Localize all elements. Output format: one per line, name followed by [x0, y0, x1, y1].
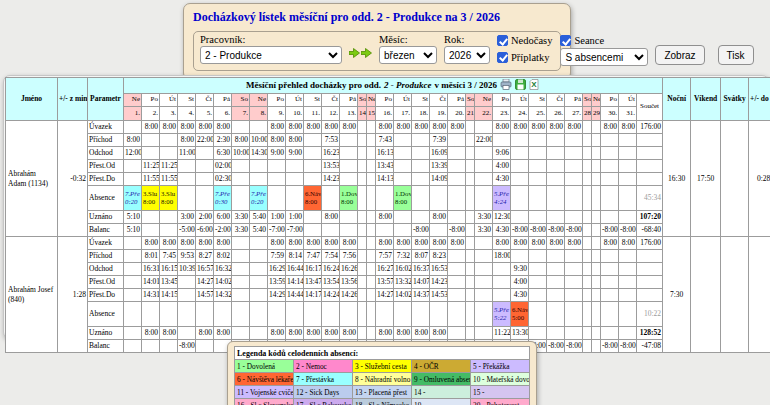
day-name-header: Út	[619, 94, 637, 107]
year-select[interactable]: 2026	[444, 46, 490, 64]
seance-checkbox[interactable]	[560, 35, 571, 46]
day-cell: 8:00	[268, 121, 286, 134]
day-cell	[448, 160, 466, 173]
day-cell: 7:32	[394, 250, 412, 263]
day-cell: 8:00	[565, 237, 583, 250]
next-balance-column-header: +/- do násl.	[749, 78, 770, 121]
day-cell	[592, 250, 601, 263]
param-label: Přest.Do	[88, 289, 124, 302]
day-cell	[529, 147, 547, 160]
day-cell	[529, 289, 547, 302]
day-cell	[322, 186, 340, 211]
day-cell	[160, 340, 178, 353]
day-cell: 14:57	[196, 289, 214, 302]
save-icon[interactable]	[515, 79, 526, 92]
absence-hours: 8:00	[305, 198, 320, 206]
absence-hours: 5:00	[512, 314, 527, 322]
param-label: Uznáno	[88, 327, 124, 340]
day-cell: 5:40	[250, 224, 268, 237]
day-cell: 14:23	[322, 173, 340, 186]
day-cell: -8:00	[448, 224, 466, 237]
day-cell: 8:00	[619, 237, 637, 250]
day-cell	[367, 302, 376, 327]
day-cell: 8:02	[214, 250, 232, 263]
day-cell	[448, 186, 466, 211]
day-cell: 11:55	[142, 173, 160, 186]
day-cell	[592, 173, 601, 186]
day-cell	[160, 302, 178, 327]
priplatky-checkbox[interactable]	[497, 52, 508, 63]
day-cell: 16:32	[214, 263, 232, 276]
nedocasy-checkbox[interactable]	[497, 35, 508, 46]
day-cell	[529, 186, 547, 211]
day-number-header: 16.	[376, 107, 394, 121]
day-cell	[529, 211, 547, 224]
day-cell: 8:00	[268, 237, 286, 250]
day-cell	[367, 250, 376, 263]
worker-select[interactable]: 2 - Produkce	[200, 46, 342, 64]
day-cell	[592, 186, 601, 211]
month-select[interactable]: březen	[379, 46, 437, 64]
day-name-header: So	[358, 94, 367, 107]
day-cell	[592, 211, 601, 224]
legend-item: 2 - Nemoc	[294, 360, 353, 373]
day-cell	[592, 237, 601, 250]
day-name-header: Út	[394, 94, 412, 107]
day-cell: 8:00	[142, 327, 160, 340]
day-cell	[412, 160, 430, 173]
day-name-header: Po	[142, 94, 160, 107]
day-cell	[394, 134, 412, 147]
day-cell: 1:00	[268, 211, 286, 224]
day-cell: 5:40	[250, 211, 268, 224]
print-button[interactable]: Tisk	[718, 45, 754, 65]
day-number-header: 1.	[124, 107, 142, 121]
day-cell: 16:53	[430, 263, 448, 276]
day-cell: 8:00	[268, 134, 286, 147]
param-label: Absence	[88, 302, 124, 327]
day-cell	[178, 327, 196, 340]
day-cell	[178, 186, 196, 211]
day-cell	[583, 173, 592, 186]
print-icon[interactable]	[500, 79, 512, 92]
day-cell	[583, 160, 592, 173]
legend-item: 12 - Sick Days	[294, 386, 353, 399]
day-cell: 22:00	[475, 134, 493, 147]
day-cell	[529, 276, 547, 289]
day-cell	[322, 302, 340, 327]
day-cell: 10:39	[178, 263, 196, 276]
row-prest_do: Přest.Do14:3114:1514:5714:3214:2914:4414…	[6, 289, 770, 302]
day-cell: 7:59	[268, 250, 286, 263]
day-cell	[619, 327, 637, 340]
excel-icon[interactable]: X	[529, 79, 540, 92]
day-cell	[304, 211, 322, 224]
day-cell: 14:14	[286, 276, 304, 289]
day-cell	[475, 327, 493, 340]
day-cell: 12:00	[124, 147, 142, 160]
day-cell	[565, 173, 583, 186]
day-cell: 13:54	[322, 276, 340, 289]
day-cell	[394, 173, 412, 186]
day-cell: 16:02	[394, 263, 412, 276]
day-cell	[511, 186, 529, 211]
day-cell	[250, 327, 268, 340]
row-uvazek: Abrahám Josef (840)1:28Úvazek8:008:008:0…	[6, 237, 770, 250]
day-cell	[142, 211, 160, 224]
day-cell: 16:31	[142, 263, 160, 276]
page-title: Docházkový lístek měsíční pro odd. 2 - P…	[193, 10, 561, 25]
legend-item: 11 - Vojenské cvičení	[235, 386, 294, 399]
day-cell	[142, 224, 160, 237]
show-button[interactable]: Zobraz	[655, 45, 704, 65]
day-name-header: St	[304, 94, 322, 107]
day-cell	[601, 289, 619, 302]
day-number-header: 20.	[448, 107, 466, 121]
day-cell	[592, 147, 601, 160]
day-cell: -8:00	[511, 224, 529, 237]
day-number-header: 30.	[601, 107, 619, 121]
row-uvazek: Abrahám Adam (1134)-0:32Úvazek8:008:008:…	[6, 121, 770, 134]
day-cell: 16:23	[322, 147, 340, 160]
sum-cell: 128:52	[637, 327, 663, 340]
param-label: Uznáno	[88, 211, 124, 224]
absence-hours: 8:00	[161, 198, 176, 206]
absence-mode-select[interactable]: S absencemi	[560, 48, 648, 66]
day-cell	[367, 276, 376, 289]
